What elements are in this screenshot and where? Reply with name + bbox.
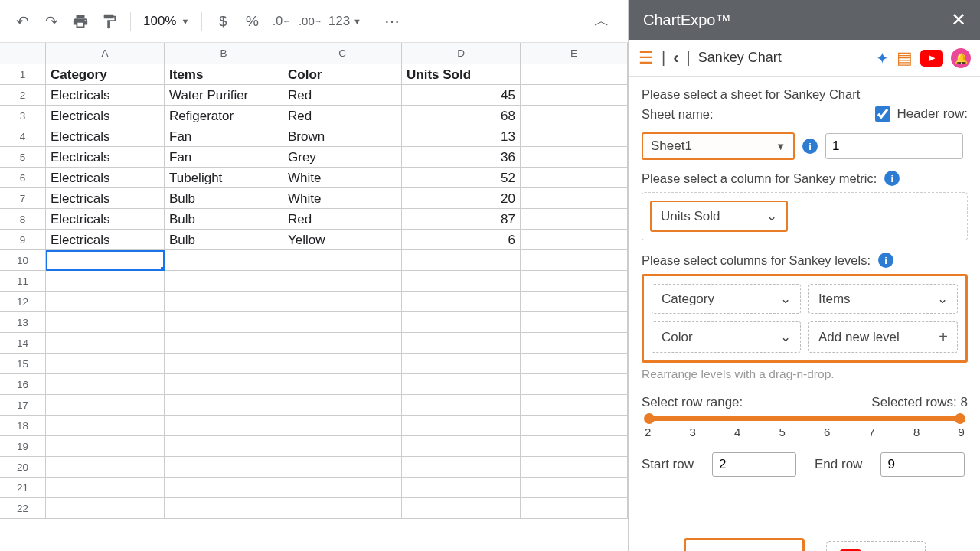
cell[interactable]	[521, 64, 628, 85]
cell[interactable]: White	[283, 188, 402, 209]
slider-end-knob[interactable]	[955, 413, 965, 424]
how-to-button[interactable]: ▶ How to	[826, 541, 926, 551]
info-icon[interactable]: i	[802, 139, 818, 154]
collapse-toolbar-icon[interactable]: ︿	[594, 11, 619, 31]
row-header[interactable]: 4	[0, 126, 46, 147]
row-header[interactable]: 21	[0, 478, 46, 498]
cell[interactable]	[521, 147, 628, 168]
cell[interactable]	[521, 85, 628, 106]
cell[interactable]	[165, 250, 283, 271]
row-header[interactable]: 8	[0, 209, 46, 230]
cell[interactable]: 36	[402, 147, 521, 168]
cell[interactable]: Electricals	[46, 168, 165, 188]
cell[interactable]	[521, 168, 628, 188]
cell[interactable]: Units Sold	[402, 64, 521, 85]
col-header[interactable]: A	[46, 43, 165, 64]
cell[interactable]	[165, 457, 283, 478]
cell[interactable]: Bulb	[165, 188, 283, 209]
cell[interactable]	[283, 333, 402, 354]
sheet-name-select[interactable]: Sheet1▼	[642, 132, 795, 160]
cell[interactable]	[521, 457, 628, 478]
cell[interactable]: Water Purifier	[165, 85, 283, 106]
cell[interactable]: Red	[283, 85, 402, 106]
row-header[interactable]: 6	[0, 168, 46, 188]
col-header[interactable]: C	[283, 43, 402, 64]
cell[interactable]	[46, 457, 165, 478]
slider-start-knob[interactable]	[644, 413, 655, 424]
cell[interactable]: Electricals	[46, 188, 165, 209]
increase-decimal-button[interactable]: .00→	[297, 8, 323, 34]
cell[interactable]	[402, 457, 521, 478]
back-button[interactable]: ‹	[673, 48, 678, 68]
undo-button[interactable]: ↶	[9, 8, 35, 34]
col-header[interactable]: E	[521, 43, 628, 64]
row-header[interactable]: 19	[0, 436, 46, 457]
cell[interactable]	[46, 312, 165, 333]
row-header[interactable]: 3	[0, 106, 46, 126]
cell[interactable]: 13	[402, 126, 521, 147]
cell[interactable]	[165, 416, 283, 436]
cell[interactable]	[402, 354, 521, 374]
cell[interactable]	[46, 292, 165, 312]
cell[interactable]	[521, 312, 628, 333]
cell[interactable]	[402, 498, 521, 519]
cell[interactable]	[521, 271, 628, 292]
cell[interactable]: Items	[165, 64, 283, 85]
row-header[interactable]: 16	[0, 374, 46, 395]
info-icon[interactable]: i	[878, 253, 893, 268]
cell[interactable]	[402, 250, 521, 271]
cell[interactable]: Bulb	[165, 230, 283, 250]
cell[interactable]	[165, 333, 283, 354]
more-menu-button[interactable]: ⋯	[379, 8, 405, 34]
cell[interactable]: Electricals	[46, 106, 165, 126]
cell[interactable]: Tubelight	[165, 168, 283, 188]
cell[interactable]: White	[283, 168, 402, 188]
select-all-corner[interactable]	[0, 43, 46, 64]
redo-button[interactable]: ↷	[38, 8, 64, 34]
cell[interactable]	[46, 333, 165, 354]
cell[interactable]	[402, 292, 521, 312]
cell[interactable]	[283, 498, 402, 519]
cell[interactable]	[165, 395, 283, 416]
cell[interactable]	[521, 395, 628, 416]
zoom-select[interactable]: 100% ▼	[139, 12, 194, 31]
row-header[interactable]: 5	[0, 147, 46, 168]
metric-select[interactable]: Units Sold⌄	[650, 201, 788, 232]
cell[interactable]	[521, 416, 628, 436]
row-header[interactable]: 1	[0, 64, 46, 85]
info-icon[interactable]: i	[884, 171, 900, 186]
row-header[interactable]: 12	[0, 292, 46, 312]
row-header[interactable]: 15	[0, 354, 46, 374]
cell[interactable]	[402, 436, 521, 457]
cell[interactable]	[521, 374, 628, 395]
spreadsheet-grid[interactable]: 1 2 3 4 5 6 7 8 9 10 11 12 13 14 15 16 1…	[0, 43, 628, 551]
selected-cell[interactable]	[46, 250, 165, 271]
add-level-button[interactable]: Add new level+	[808, 321, 958, 353]
magic-wand-icon[interactable]: ✦	[876, 49, 889, 67]
end-row-input[interactable]	[880, 452, 965, 477]
cell[interactable]	[46, 498, 165, 519]
cell[interactable]	[521, 106, 628, 126]
cell[interactable]	[165, 312, 283, 333]
cell[interactable]	[165, 292, 283, 312]
cell[interactable]	[521, 436, 628, 457]
cell[interactable]: Electricals	[46, 209, 165, 230]
cell[interactable]: Bulb	[165, 209, 283, 230]
row-header[interactable]: 22	[0, 498, 46, 519]
cell[interactable]	[521, 478, 628, 498]
notifications-icon[interactable]: 🔔	[951, 48, 971, 68]
cell[interactable]: Color	[283, 64, 402, 85]
cell[interactable]	[402, 416, 521, 436]
cell[interactable]: Electricals	[46, 85, 165, 106]
cell[interactable]	[283, 436, 402, 457]
cell[interactable]: Fan	[165, 126, 283, 147]
cell[interactable]: Refigerator	[165, 106, 283, 126]
cell[interactable]	[165, 271, 283, 292]
cell[interactable]: Category	[46, 64, 165, 85]
cell[interactable]	[165, 436, 283, 457]
cell[interactable]	[521, 250, 628, 271]
cell[interactable]: 45	[402, 85, 521, 106]
menu-icon[interactable]: ☰	[639, 48, 654, 68]
cell[interactable]	[46, 416, 165, 436]
templates-icon[interactable]: ▤	[897, 48, 913, 68]
